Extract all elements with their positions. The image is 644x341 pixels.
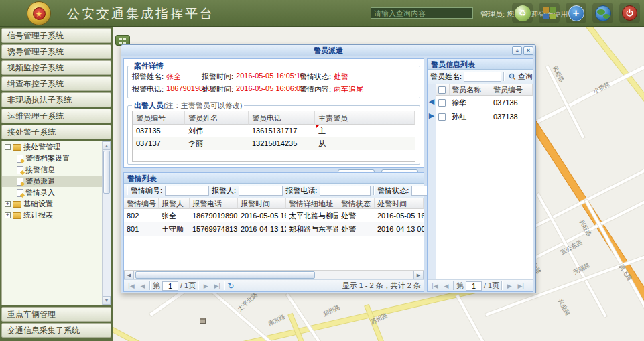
select-all-header[interactable] (436, 84, 450, 96)
power-icon (622, 5, 637, 21)
refresh-icon[interactable]: ↻ (227, 281, 234, 291)
tree-node-statistics[interactable]: + 统计报表 (2, 210, 111, 221)
transfer-right-button[interactable]: ▶ (429, 112, 434, 119)
column-header[interactable]: 警员姓名 (185, 111, 249, 125)
dialog-titlebar[interactable]: 警员派遣 « × (121, 45, 535, 56)
toolbar-separator (127, 186, 128, 195)
tree-node-officer-dispatch[interactable]: 警员派遣 (2, 176, 111, 187)
plus-icon: + (568, 5, 584, 21)
column-header[interactable]: 报警电话 (190, 198, 238, 209)
transfer-left-button[interactable]: ◀ (429, 98, 434, 105)
sidebar-item-signal[interactable]: 信号管理子系统 (1, 28, 111, 43)
table-row[interactable]: 徐华 037136 (436, 96, 533, 110)
column-header[interactable]: 警情详细地址 (286, 198, 338, 209)
road-label: 郑州路 (322, 303, 342, 319)
page-number-input[interactable] (466, 281, 482, 291)
last-page-button[interactable]: ▶| (516, 283, 525, 289)
incident-grid-header: 警情编号 报警人 报警电话 报警时间 警情详细地址 警情状态 处警时间 (124, 198, 424, 209)
filter-label: 警情编号: (131, 186, 162, 196)
page-prefix: 第 (153, 281, 160, 291)
sidebar-item-video[interactable]: 视频监控子系统 (1, 60, 111, 75)
column-header[interactable]: 警情状态 (338, 198, 375, 209)
column-header[interactable]: 报警时间 (238, 198, 286, 209)
tree-node-archive-setting[interactable]: 警情档案设置 (2, 153, 111, 164)
scrollbar-thumb[interactable] (103, 151, 110, 194)
sidebar-item-traffic-info[interactable]: 交通信息采集子系统 (1, 323, 111, 338)
table-row[interactable]: 802 张全 18679019890 2016-05-05 16:... 太平北… (124, 209, 424, 222)
sidebar-item-investigation[interactable]: 缉查布控子系统 (1, 76, 111, 91)
column-header[interactable]: 警情编号 (124, 198, 159, 209)
officer-name-input[interactable] (464, 72, 501, 82)
filter-label: 报警人: (212, 186, 236, 196)
incident-list-panel: 警情列表 警情编号: 报警人: 报警电话: 警情状态: ▼ 查询 警情编号 (123, 172, 424, 292)
collapse-node-icon[interactable]: - (5, 144, 11, 150)
expand-node-icon[interactable]: + (5, 201, 11, 207)
officer-table: 警员名称 警员编号 徐华 037136 孙红 037138 (436, 84, 533, 279)
column-header[interactable]: 警员名称 (450, 84, 491, 96)
column-header[interactable]: 警员电话 (249, 111, 315, 125)
expand-node-icon[interactable]: + (5, 212, 11, 218)
add-button[interactable]: + (566, 3, 586, 23)
table-row[interactable]: 037137 李丽 13215814235 从 (133, 137, 415, 150)
row-checkbox[interactable] (438, 99, 446, 107)
first-page-button[interactable]: |◀ (430, 283, 440, 289)
close-icon: × (527, 47, 530, 54)
sidebar-item-operation[interactable]: 运维管理子系统 (1, 109, 111, 123)
prev-page-button[interactable]: ◀ (138, 283, 147, 289)
sidebar-item-guidance[interactable]: 诱导管理子系统 (1, 44, 111, 59)
dispatch-tree-panel: - 接处警管理 警情档案设置 接警信息 警员派遣 警情录入 + (1, 141, 111, 305)
table-row[interactable]: 037135 刘伟 13615131717 主 (133, 125, 415, 137)
next-page-button[interactable]: ▶ (505, 283, 514, 289)
column-header[interactable]: 警员编号 (133, 111, 185, 125)
header-toolbar: ♻ + (512, 3, 640, 23)
caller-input[interactable] (239, 186, 283, 196)
scroll-up-icon[interactable]: ▲ (103, 141, 111, 150)
scroll-right-icon[interactable]: ▶ (413, 271, 424, 279)
case-details-fieldset: 案件详情 报警姓名:张全 报警时间:2016-05-05 16:05:16 警情… (127, 61, 420, 98)
global-search-input[interactable] (371, 7, 473, 19)
page-suffix: / 1页 (484, 281, 499, 291)
road-label: 兴业路 (556, 297, 572, 318)
folder-icon (13, 144, 21, 151)
sidebar-item-key-vehicles[interactable]: 重点车辆管理 (1, 307, 111, 322)
tree-node-dispatch-mgmt[interactable]: - 接处警管理 (2, 141, 111, 153)
incident-id-input[interactable] (165, 186, 209, 196)
column-header[interactable]: 报警人 (159, 198, 190, 209)
page-number-input[interactable] (162, 281, 178, 291)
row-checkbox[interactable] (438, 113, 446, 121)
sidebar-item-dispatch-system[interactable]: 接处警子系统 (1, 125, 111, 139)
officer-search-button[interactable]: 查询 (507, 71, 535, 82)
column-header[interactable]: 警员编号 (491, 84, 533, 96)
scrollbar-thumb[interactable] (135, 271, 315, 279)
horizontal-scrollbar[interactable]: ◀ ▶ (124, 270, 424, 279)
select-all-checkbox[interactable] (438, 86, 446, 94)
road-label: 小桥路 (592, 80, 612, 96)
table-row[interactable]: 孙红 037138 (436, 110, 533, 124)
sidebar: 信号管理子系统 诱导管理子系统 视频监控子系统 缉查布控子系统 非现场执法子系统… (0, 27, 113, 341)
recycle-button[interactable]: ♻ (512, 3, 533, 23)
next-page-button[interactable]: ▶ (201, 283, 210, 289)
table-row[interactable]: 801 王守顺 15769974813 2016-04-13 12:... 郑和… (124, 222, 424, 236)
tree-node-alarm-info[interactable]: 接警信息 (2, 164, 111, 176)
collapse-dialog-button[interactable]: « (512, 46, 522, 55)
tree-node-basic-setting[interactable]: + 基础设置 (2, 198, 111, 210)
phone-input[interactable] (320, 186, 371, 196)
officer-list-panel: 警员信息列表 警员姓名: 查询 ◀ ▶ 警员名称 (427, 58, 533, 292)
first-page-button[interactable]: |◀ (127, 283, 136, 289)
transfer-gutter: ◀ ▶ (428, 84, 436, 279)
prev-page-button[interactable]: ◀ (442, 283, 451, 289)
tree-scrollbar[interactable]: ▲ ▼ (102, 141, 111, 305)
sidebar-item-offsite[interactable]: 非现场执法子系统 (1, 92, 111, 107)
modules-button[interactable] (539, 3, 560, 23)
scroll-left-icon[interactable]: ◀ (124, 271, 134, 279)
last-page-button[interactable]: ▶| (212, 283, 222, 289)
logout-button[interactable] (619, 3, 640, 23)
scroll-down-icon[interactable]: ▼ (103, 296, 111, 305)
close-dialog-button[interactable]: × (523, 46, 533, 55)
field-label: 警情内容: (300, 84, 331, 94)
app-header: ★ 公安交通集成指挥平台 管理员: 您好,欢迎登陆使用 ♻ + (0, 0, 644, 27)
column-header[interactable]: 处警时间 (375, 198, 424, 209)
tree-node-incident-entry[interactable]: 警情录入 (2, 187, 111, 198)
column-header[interactable]: 主责警员 (315, 111, 379, 125)
map-view-button[interactable] (592, 3, 613, 23)
